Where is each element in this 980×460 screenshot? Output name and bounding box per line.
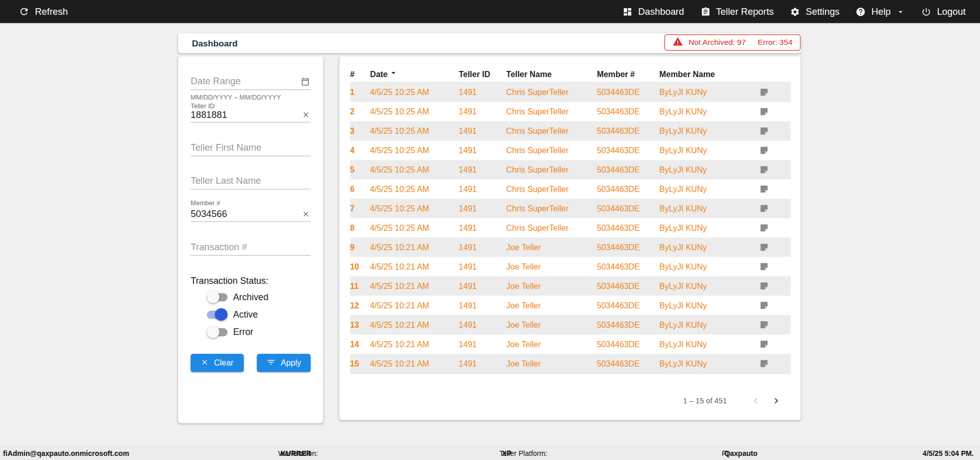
- note-button[interactable]: [760, 165, 769, 174]
- table-row[interactable]: 84/5/25 10:25 AM1491Chris SuperTeller503…: [350, 218, 791, 237]
- note-icon: [760, 107, 769, 116]
- cell-date: 4/5/25 10:21 AM: [370, 281, 459, 290]
- nav-teller-reports-label: Teller Reports: [716, 6, 774, 17]
- table-row[interactable]: 44/5/25 10:25 AM1491Chris SuperTeller503…: [350, 141, 791, 160]
- error-toggle[interactable]: [207, 326, 227, 338]
- pagination-range-label: 1 – 15 of 451: [683, 396, 727, 405]
- table-row[interactable]: 34/5/25 10:25 AM1491Chris SuperTeller503…: [350, 122, 791, 141]
- cell-member-number: 5034463DE: [597, 340, 659, 349]
- previous-page-button[interactable]: [750, 395, 761, 406]
- nav-logout[interactable]: Logout: [921, 6, 966, 17]
- refresh-label: Refresh: [35, 6, 68, 17]
- table-row[interactable]: 114/5/25 10:21 AM1491Joe Teller5034463DE…: [350, 276, 791, 296]
- calendar-icon[interactable]: [301, 77, 310, 86]
- note-button[interactable]: [760, 359, 769, 368]
- note-button[interactable]: [760, 281, 769, 290]
- table-row[interactable]: 94/5/25 10:21 AM1491Joe Teller5034463DEB…: [350, 237, 791, 257]
- teller-last-name-input[interactable]: [190, 175, 297, 186]
- cell-member-name: ByLyJI KUNy: [659, 126, 760, 135]
- cell-date: 4/5/25 10:25 AM: [370, 126, 459, 135]
- note-button[interactable]: [760, 204, 769, 213]
- gear-icon: [790, 7, 800, 17]
- row-number: 1: [350, 87, 370, 96]
- table-row[interactable]: 134/5/25 10:21 AM1491Joe Teller5034463DE…: [350, 315, 791, 334]
- cell-date: 4/5/25 10:25 AM: [370, 204, 459, 213]
- table-row[interactable]: 124/5/25 10:21 AM1491Joe Teller5034463DE…: [350, 296, 791, 315]
- workstation-info: Workstation:KURRER: [278, 446, 311, 460]
- note-cell: [760, 301, 791, 310]
- refresh-icon: [19, 6, 30, 17]
- clear-teller-id-icon[interactable]: [302, 111, 310, 119]
- clear-button[interactable]: Clear: [190, 354, 243, 372]
- row-number: 3: [350, 126, 370, 135]
- note-button[interactable]: [760, 301, 769, 310]
- table-row[interactable]: 14/5/25 10:25 AM1491Chris SuperTeller503…: [350, 83, 791, 102]
- cell-member-number: 5034463DE: [597, 184, 659, 193]
- status-alert-badge: Not Archived: 97 Error: 354: [664, 34, 800, 51]
- cell-date: 4/5/25 10:25 AM: [370, 87, 459, 96]
- table-row[interactable]: 74/5/25 10:25 AM1491Chris SuperTeller503…: [350, 199, 791, 218]
- active-toggle[interactable]: [207, 308, 227, 321]
- active-toggle-label: Active: [233, 309, 258, 320]
- note-button[interactable]: [760, 146, 769, 155]
- filter-icon: [266, 357, 276, 369]
- navbar-right-group: Dashboard Teller Reports Settings Help: [623, 6, 966, 17]
- note-button[interactable]: [760, 340, 769, 349]
- nav-teller-reports[interactable]: Teller Reports: [700, 6, 774, 17]
- next-page-button[interactable]: [771, 395, 782, 406]
- table-row[interactable]: 24/5/25 10:25 AM1491Chris SuperTeller503…: [350, 102, 791, 122]
- teller-id-field: [190, 109, 310, 123]
- nav-settings[interactable]: Settings: [790, 6, 840, 17]
- cell-teller-id: 1491: [459, 184, 506, 193]
- member-number-input[interactable]: [190, 208, 297, 219]
- sort-arrow-icon: [389, 68, 398, 79]
- cell-member-name: ByLyJI KUNy: [659, 204, 760, 213]
- cell-teller-name: Joe Teller: [506, 262, 597, 271]
- cell-member-name: ByLyJI KUNy: [659, 165, 760, 174]
- nav-dashboard[interactable]: Dashboard: [623, 6, 684, 17]
- clear-member-number-icon[interactable]: [302, 210, 310, 218]
- status-toggles: Archived Active Erro: [190, 288, 310, 341]
- transaction-number-input[interactable]: [190, 241, 297, 252]
- teller-id-input[interactable]: [190, 109, 297, 120]
- note-button[interactable]: [760, 184, 769, 193]
- nav-help[interactable]: Help: [856, 6, 905, 17]
- table-row[interactable]: 144/5/25 10:21 AM1491Joe Teller5034463DE…: [350, 334, 791, 354]
- archived-toggle[interactable]: [207, 290, 227, 303]
- table-row[interactable]: 64/5/25 10:25 AM1491Chris SuperTeller503…: [350, 179, 791, 199]
- note-button[interactable]: [760, 320, 769, 329]
- refresh-button[interactable]: Refresh: [19, 6, 68, 17]
- main-content: Dashboard Not Archived: 97 Error: 354 MM…: [178, 33, 801, 423]
- teller-first-name-input[interactable]: [190, 142, 297, 153]
- date-range-field: [190, 71, 310, 90]
- teller-id-label: Teller ID: [190, 102, 310, 110]
- dashboard-icon: [623, 7, 633, 17]
- table-row[interactable]: 154/5/25 10:21 AM1491Joe Teller5034463DE…: [350, 354, 791, 373]
- apply-button[interactable]: Apply: [257, 354, 310, 372]
- cell-teller-name: Joe Teller: [506, 243, 597, 252]
- nav-help-label: Help: [871, 6, 891, 17]
- date-range-input[interactable]: [190, 76, 297, 86]
- note-button[interactable]: [760, 107, 769, 116]
- cell-teller-name: Joe Teller: [506, 320, 597, 329]
- not-archived-count: Not Archived: 97: [689, 38, 746, 47]
- cell-teller-id: 1491: [459, 223, 506, 232]
- note-button[interactable]: [760, 223, 769, 232]
- note-icon: [760, 223, 769, 232]
- column-header-date[interactable]: Date: [370, 68, 459, 79]
- app-root: Refresh Dashboard Teller Reports Setting…: [0, 0, 980, 460]
- note-button[interactable]: [760, 87, 769, 96]
- archived-toggle-label: Archived: [233, 292, 268, 302]
- note-icon: [760, 87, 769, 96]
- note-button[interactable]: [760, 126, 769, 135]
- status-bar: fiAdmin@qaxpauto.onmicrosoft.com Worksta…: [0, 446, 980, 460]
- table-row[interactable]: 104/5/25 10:21 AM1491Joe Teller5034463DE…: [350, 257, 791, 276]
- cell-teller-id: 1491: [459, 359, 506, 368]
- note-icon: [760, 126, 769, 135]
- table-row[interactable]: 54/5/25 10:25 AM1491Chris SuperTeller503…: [350, 160, 791, 179]
- note-button[interactable]: [760, 262, 769, 271]
- cell-member-name: ByLyJI KUNy: [659, 262, 760, 271]
- logged-in-user: fiAdmin@qaxpauto.onmicrosoft.com: [3, 446, 129, 460]
- error-count: Error: 354: [758, 38, 793, 47]
- note-button[interactable]: [760, 243, 769, 252]
